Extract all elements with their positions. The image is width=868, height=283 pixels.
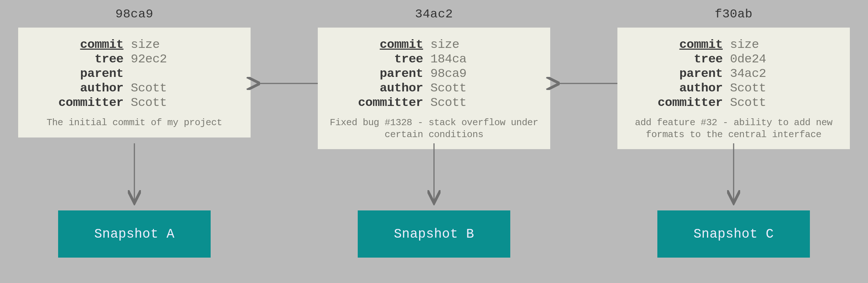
snapshot-label: Snapshot B bbox=[394, 227, 474, 242]
field-label: tree bbox=[628, 52, 730, 66]
field-value: Scott bbox=[430, 96, 467, 110]
field-value: size bbox=[730, 38, 759, 52]
field-label: author bbox=[329, 81, 430, 95]
commit-field-author: author Scott bbox=[628, 81, 839, 95]
commit-field-parent: parent bbox=[29, 67, 240, 81]
commit-field-committer: committer Scott bbox=[29, 96, 240, 110]
field-value: Scott bbox=[131, 81, 167, 95]
commit-field-parent: parent 98ca9 bbox=[329, 67, 539, 81]
field-label: parent bbox=[628, 67, 730, 81]
field-label: committer bbox=[29, 96, 131, 110]
commit-field-commit: commit size bbox=[329, 38, 539, 52]
commit-hash: 34ac2 bbox=[415, 7, 453, 21]
commit-field-commit: commit size bbox=[628, 38, 839, 52]
commit-field-parent: parent 34ac2 bbox=[628, 67, 839, 81]
field-label: parent bbox=[29, 67, 131, 81]
commit-field-tree: tree 184ca bbox=[329, 52, 539, 66]
field-label: parent bbox=[329, 67, 430, 81]
field-value: size bbox=[131, 38, 160, 52]
snapshot-label: Snapshot C bbox=[693, 227, 774, 242]
commit-field-tree: tree 0de24 bbox=[628, 52, 839, 66]
snapshot-label: Snapshot A bbox=[94, 227, 174, 242]
field-value: 34ac2 bbox=[730, 67, 766, 81]
commit-column: 98ca9 commit size tree 92ec2 parent auth… bbox=[18, 7, 251, 138]
field-label: author bbox=[628, 81, 730, 95]
snapshot-box: Snapshot B bbox=[358, 210, 510, 258]
commit-field-committer: committer Scott bbox=[329, 96, 539, 110]
field-label: tree bbox=[29, 52, 131, 66]
commit-field-author: author Scott bbox=[29, 81, 240, 95]
commit-column: 34ac2 commit size tree 184ca parent 98ca… bbox=[318, 7, 550, 149]
commit-hash: 98ca9 bbox=[115, 7, 154, 21]
commit-box: commit size tree 92ec2 parent author Sco… bbox=[18, 28, 251, 138]
commit-message: The initial commit of my project bbox=[29, 117, 240, 129]
field-value: 98ca9 bbox=[430, 67, 467, 81]
commit-field-author: author Scott bbox=[329, 81, 539, 95]
field-label: committer bbox=[329, 96, 430, 110]
field-label: author bbox=[29, 81, 131, 95]
field-value: Scott bbox=[730, 96, 766, 110]
field-value: Scott bbox=[131, 96, 167, 110]
commit-hash: f30ab bbox=[715, 7, 753, 21]
field-value: Scott bbox=[430, 81, 467, 95]
field-label: tree bbox=[329, 52, 430, 66]
commit-message: Fixed bug #1328 - stack overflow under c… bbox=[329, 117, 539, 140]
commit-box: commit size tree 184ca parent 98ca9 auth… bbox=[318, 28, 550, 149]
commit-message: add feature #32 - ability to add new for… bbox=[628, 117, 839, 140]
snapshot-box: Snapshot C bbox=[657, 210, 810, 258]
field-label: commit bbox=[29, 38, 131, 52]
snapshot-box: Snapshot A bbox=[58, 210, 211, 258]
field-value: 92ec2 bbox=[131, 52, 167, 66]
field-value: Scott bbox=[730, 81, 766, 95]
commit-box: commit size tree 0de24 parent 34ac2 auth… bbox=[617, 28, 850, 149]
commit-field-committer: committer Scott bbox=[628, 96, 839, 110]
field-label: commit bbox=[628, 38, 730, 52]
commit-column: f30ab commit size tree 0de24 parent 34ac… bbox=[617, 7, 850, 149]
commit-field-commit: commit size bbox=[29, 38, 240, 52]
commit-field-tree: tree 92ec2 bbox=[29, 52, 240, 66]
field-value: 0de24 bbox=[730, 52, 766, 66]
field-label: commit bbox=[329, 38, 430, 52]
field-value: size bbox=[430, 38, 459, 52]
field-label: committer bbox=[628, 96, 730, 110]
field-value: 184ca bbox=[430, 52, 467, 66]
